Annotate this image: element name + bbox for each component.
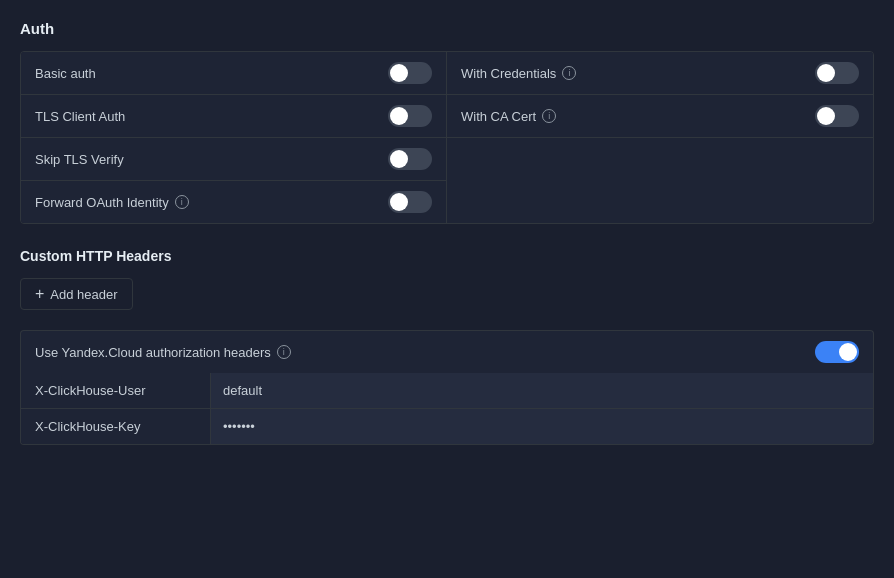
clickhouse-user-label: X-ClickHouse-User [21, 373, 211, 408]
tls-client-auth-track [388, 105, 432, 127]
clickhouse-user-input[interactable] [211, 373, 873, 408]
custom-headers-title: Custom HTTP Headers [20, 248, 874, 264]
auth-grid: Basic auth With Credentials i TLS Client… [20, 51, 874, 224]
yandex-toggle[interactable] [815, 341, 859, 363]
forward-oauth-cell: Forward OAuth Identity i [21, 181, 447, 223]
forward-oauth-thumb [390, 193, 408, 211]
with-credentials-info-icon[interactable]: i [562, 66, 576, 80]
tls-client-auth-thumb [390, 107, 408, 125]
basic-auth-thumb [390, 64, 408, 82]
skip-tls-verify-toggle[interactable] [388, 148, 432, 170]
with-credentials-toggle[interactable] [815, 62, 859, 84]
with-credentials-cell: With Credentials i [447, 52, 873, 95]
yandex-track [815, 341, 859, 363]
with-ca-cert-cell: With CA Cert i [447, 95, 873, 138]
with-credentials-track [815, 62, 859, 84]
add-header-button[interactable]: + Add header [20, 278, 133, 310]
skip-tls-right-cell [447, 138, 873, 181]
forward-oauth-label: Forward OAuth Identity i [35, 195, 189, 210]
yandex-label: Use Yandex.Cloud authorization headers i [35, 345, 291, 360]
skip-tls-verify-label: Skip TLS Verify [35, 152, 124, 167]
fields-container: X-ClickHouse-User X-ClickHouse-Key [20, 373, 874, 445]
skip-tls-verify-thumb [390, 150, 408, 168]
forward-oauth-info-icon[interactable]: i [175, 195, 189, 209]
yandex-row: Use Yandex.Cloud authorization headers i [20, 330, 874, 373]
plus-icon: + [35, 286, 44, 302]
add-header-label: Add header [50, 287, 117, 302]
with-credentials-thumb [817, 64, 835, 82]
skip-tls-verify-track [388, 148, 432, 170]
skip-tls-verify-cell: Skip TLS Verify [21, 138, 447, 181]
basic-auth-track [388, 62, 432, 84]
basic-auth-label: Basic auth [35, 66, 96, 81]
with-ca-cert-toggle[interactable] [815, 105, 859, 127]
with-ca-cert-thumb [817, 107, 835, 125]
yandex-label-text: Use Yandex.Cloud authorization headers [35, 345, 271, 360]
forward-oauth-right-cell [447, 181, 873, 223]
tls-client-auth-toggle[interactable] [388, 105, 432, 127]
tls-client-auth-cell: TLS Client Auth [21, 95, 447, 138]
yandex-thumb [839, 343, 857, 361]
with-ca-cert-track [815, 105, 859, 127]
with-credentials-label: With Credentials i [461, 66, 576, 81]
basic-auth-toggle[interactable] [388, 62, 432, 84]
yandex-auth-section: Use Yandex.Cloud authorization headers i… [20, 330, 874, 445]
tls-client-auth-label: TLS Client Auth [35, 109, 125, 124]
forward-oauth-track [388, 191, 432, 213]
forward-oauth-toggle[interactable] [388, 191, 432, 213]
clickhouse-key-row: X-ClickHouse-Key [21, 409, 873, 444]
yandex-info-icon[interactable]: i [277, 345, 291, 359]
auth-title: Auth [20, 20, 874, 37]
with-ca-cert-label: With CA Cert i [461, 109, 556, 124]
clickhouse-key-label: X-ClickHouse-Key [21, 409, 211, 444]
basic-auth-cell: Basic auth [21, 52, 447, 95]
with-ca-cert-info-icon[interactable]: i [542, 109, 556, 123]
clickhouse-key-input[interactable] [211, 409, 873, 444]
clickhouse-user-row: X-ClickHouse-User [21, 373, 873, 409]
